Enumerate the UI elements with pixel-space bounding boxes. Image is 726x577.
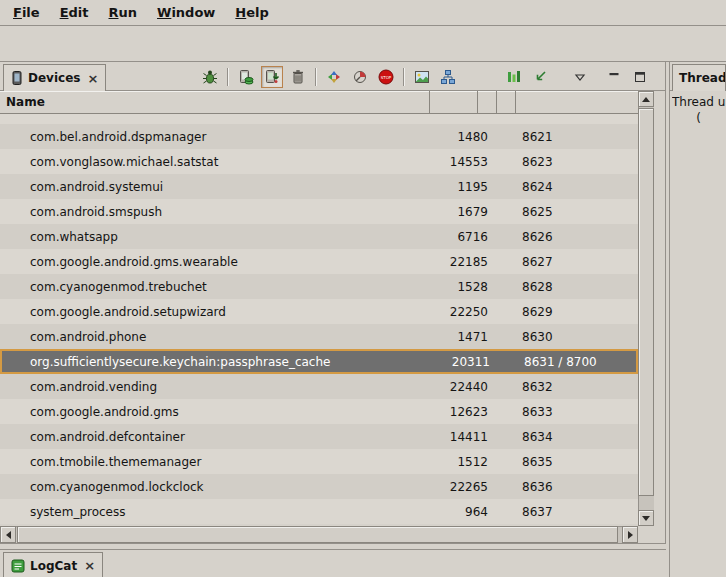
view-menu-icon bbox=[572, 69, 588, 85]
process-name: com.cyanogenmod.trebuchet bbox=[0, 280, 430, 294]
device-icon bbox=[11, 71, 23, 85]
process-row[interactable]: com.android.systemui 1195 8624 bbox=[0, 174, 638, 199]
menu-window[interactable]: Window bbox=[147, 2, 225, 23]
tab-threads-label: Threads bbox=[679, 71, 726, 85]
process-row[interactable]: com.android.vending 22440 8632 bbox=[0, 374, 638, 399]
debug-process-button[interactable] bbox=[199, 66, 221, 88]
view-hierarchy-button[interactable] bbox=[437, 66, 459, 88]
workbench-area: Devices × bbox=[0, 62, 726, 577]
tab-devices-label: Devices bbox=[28, 71, 80, 85]
horizontal-scroll-thumb[interactable] bbox=[17, 526, 618, 543]
minimize-view-button[interactable] bbox=[603, 66, 625, 88]
up-arrow-icon bbox=[642, 97, 650, 102]
method-profiling-icon bbox=[352, 69, 368, 85]
ddms-window: File Edit Run Window Help Devices × bbox=[0, 0, 726, 577]
tab-devices[interactable]: Devices × bbox=[3, 64, 106, 91]
trash-icon bbox=[290, 69, 306, 85]
process-row[interactable]: com.whatsapp 6716 8626 bbox=[0, 224, 638, 249]
threads-message-line2: ( bbox=[672, 110, 725, 126]
process-port: 8627 bbox=[516, 255, 638, 269]
process-row[interactable]: com.bel.android.dspmanager 1480 8621 bbox=[0, 124, 638, 149]
process-row[interactable]: com.tmobile.thememanager 1512 8635 bbox=[0, 449, 638, 474]
system-trace-icon bbox=[506, 69, 522, 85]
partial-row bbox=[0, 114, 638, 124]
column-header-name[interactable]: Name bbox=[0, 91, 430, 113]
system-trace-button[interactable] bbox=[503, 66, 525, 88]
process-row[interactable]: com.android.defcontainer 14411 8634 bbox=[0, 424, 638, 449]
menu-help[interactable]: Help bbox=[225, 2, 278, 23]
view-menu-button[interactable] bbox=[569, 66, 591, 88]
process-port: 8623 bbox=[516, 155, 638, 169]
toolbar-separator bbox=[227, 68, 229, 86]
close-icon[interactable]: × bbox=[84, 558, 95, 573]
process-name: com.android.phone bbox=[0, 330, 430, 344]
scroll-down-button[interactable] bbox=[638, 510, 654, 526]
dump-hprof-icon bbox=[264, 69, 280, 85]
process-pid: 1480 bbox=[430, 130, 488, 144]
process-row[interactable]: com.android.phone 1471 8630 bbox=[0, 324, 638, 349]
opengl-trace-button[interactable] bbox=[529, 66, 551, 88]
update-heap-button[interactable] bbox=[235, 66, 257, 88]
scroll-up-button[interactable] bbox=[638, 91, 654, 107]
menubar: File Edit Run Window Help bbox=[0, 0, 726, 26]
devices-tabbar: Devices × bbox=[0, 62, 665, 91]
column-header-3[interactable] bbox=[497, 91, 516, 113]
process-row[interactable]: system_process 964 8637 bbox=[0, 499, 638, 524]
process-pid: 1512 bbox=[430, 455, 488, 469]
process-pid: 1528 bbox=[430, 280, 488, 294]
process-pid: 1679 bbox=[430, 205, 488, 219]
menu-edit[interactable]: Edit bbox=[50, 2, 99, 23]
process-name: com.android.defcontainer bbox=[0, 430, 430, 444]
menu-file[interactable]: File bbox=[3, 2, 50, 23]
scroll-left-button[interactable] bbox=[0, 526, 16, 543]
scroll-right-button[interactable] bbox=[622, 526, 638, 543]
tab-logcat[interactable]: LogCat × bbox=[3, 552, 103, 577]
left-arrow-icon bbox=[6, 531, 11, 539]
main-toolbar bbox=[0, 26, 726, 62]
maximize-view-button[interactable] bbox=[629, 66, 651, 88]
process-row[interactable]: com.cyanogenmod.lockclock 22265 8636 bbox=[0, 474, 638, 499]
process-name: com.google.android.setupwizard bbox=[0, 305, 430, 319]
minimize-icon bbox=[606, 69, 622, 85]
process-port: 8629 bbox=[516, 305, 638, 319]
process-port: 8628 bbox=[516, 280, 638, 294]
dump-hprof-button[interactable] bbox=[261, 66, 283, 88]
method-profiling-button[interactable] bbox=[349, 66, 371, 88]
horizontal-scrollbar bbox=[0, 526, 638, 543]
screen-capture-button[interactable] bbox=[411, 66, 433, 88]
process-pid: 14553 bbox=[430, 155, 488, 169]
column-header-2[interactable] bbox=[478, 91, 497, 113]
vertical-scroll-thumb[interactable] bbox=[638, 108, 654, 496]
process-row[interactable]: com.vonglasow.michael.satstat 14553 8623 bbox=[0, 149, 638, 174]
process-pid: 22185 bbox=[430, 255, 488, 269]
cause-gc-button[interactable] bbox=[287, 66, 309, 88]
process-pid: 6716 bbox=[430, 230, 488, 244]
process-row[interactable]: com.cyanogenmod.trebuchet 1528 8628 bbox=[0, 274, 638, 299]
stop-process-button[interactable]: STOP bbox=[375, 66, 397, 88]
process-row[interactable]: org.sufficientlysecure.keychain:passphra… bbox=[0, 349, 638, 374]
column-header-port[interactable] bbox=[516, 91, 638, 113]
process-row[interactable]: com.google.android.gms.wearable 22185 86… bbox=[0, 249, 638, 274]
process-name: com.google.android.gms.wearable bbox=[0, 255, 430, 269]
toolbar-separator bbox=[315, 68, 317, 86]
process-row[interactable]: com.android.smspush 1679 8625 bbox=[0, 199, 638, 224]
menu-run[interactable]: Run bbox=[99, 2, 148, 23]
close-icon[interactable]: × bbox=[87, 71, 98, 86]
down-arrow-icon bbox=[642, 516, 650, 521]
tab-threads[interactable]: Threads × bbox=[672, 64, 726, 91]
svg-text:STOP: STOP bbox=[381, 75, 392, 80]
process-row[interactable]: com.google.android.gms 12623 8633 bbox=[0, 399, 638, 424]
process-name: com.android.vending bbox=[0, 380, 430, 394]
process-row[interactable]: com.google.android.setupwizard 22250 862… bbox=[0, 299, 638, 324]
tab-logcat-label: LogCat bbox=[30, 559, 77, 573]
process-port: 8636 bbox=[516, 480, 638, 494]
update-threads-button[interactable] bbox=[323, 66, 345, 88]
process-port: 8625 bbox=[516, 205, 638, 219]
process-port: 8631 / 8700 bbox=[518, 355, 636, 369]
process-name: com.android.systemui bbox=[0, 180, 430, 194]
process-name: system_process bbox=[0, 505, 430, 519]
process-port: 8624 bbox=[516, 180, 638, 194]
column-header-pid[interactable] bbox=[430, 91, 478, 113]
process-name: com.bel.android.dspmanager bbox=[0, 130, 430, 144]
process-pid: 964 bbox=[430, 505, 488, 519]
